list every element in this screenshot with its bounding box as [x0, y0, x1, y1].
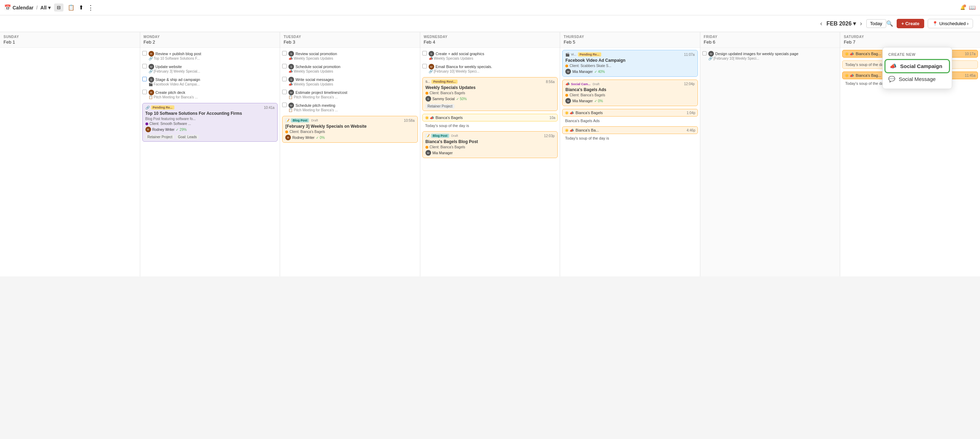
task-email-bianca[interactable]: M Email Bianca for weekly specials. 🔗 [F…: [422, 63, 558, 74]
soup-text-thu2: Today's soup of the day is: [565, 136, 698, 141]
event-icons: ☀️ 📣: [845, 52, 854, 56]
message-icon: 💬: [888, 76, 895, 82]
task-update-website[interactable]: M Update website 🔗 [February 3] Weekly S…: [142, 63, 278, 74]
event-biancas-blog[interactable]: 📝 Blog Post Draft 12:03p Bianca's Bagels…: [422, 131, 558, 158]
event-icons: ☀️ 📣: [425, 116, 434, 120]
avatar: M: [149, 64, 154, 69]
event-soup-thu[interactable]: ☀️ 📣 Bianca's Ba... 4:46p: [562, 126, 698, 134]
task-checkbox[interactable]: [282, 102, 287, 107]
event-biangas-soup-wed[interactable]: ☀️ 📣 Bianca's Bagels 10a: [422, 114, 558, 121]
event-weekly-specials[interactable]: S... Pending Revi... 8:56a Weekly Specia…: [422, 77, 558, 111]
avatar: M: [288, 90, 294, 95]
event-icons: ☀️ 📣: [565, 111, 574, 115]
thursday-column: THURSDAY Feb 5 🎬 Vi... Pending Re... 11:…: [560, 32, 700, 276]
event-weekly-specials-website[interactable]: 📝 Blog Post Draft 10:58a [February 3] We…: [282, 116, 418, 143]
thursday-header: THURSDAY Feb 5: [560, 32, 700, 48]
calendar-view-button[interactable]: 📋: [68, 4, 75, 11]
dropdown-header: CREATE NEW: [883, 51, 952, 59]
share-button[interactable]: ⬆: [79, 4, 83, 11]
task-checkbox[interactable]: [142, 90, 147, 94]
monday-body: R Review + publish blog post 🔗 Top 10 So…: [140, 48, 280, 144]
task-checkbox[interactable]: [142, 64, 147, 69]
avatar: M: [288, 102, 294, 108]
task-review-blog[interactable]: R Review + publish blog post 🔗 Top 10 So…: [142, 50, 278, 61]
book-icon[interactable]: 📖: [969, 4, 976, 11]
avatar: R: [149, 90, 154, 95]
calendar-month: FEB 2026 ▾: [827, 20, 856, 27]
top-nav: 📅 Calendar / All ▾ ⊟ 📋 ⬆ ⋮ 🔔 📖: [0, 0, 980, 15]
sunday-header: SUNDAY Feb 1: [0, 32, 140, 48]
task-schedule-pitch[interactable]: M Schedule pitch meeting 📋 Pitch Meeting…: [282, 102, 418, 113]
nav-all-label[interactable]: All: [40, 5, 47, 10]
notification-icon[interactable]: 🔔: [960, 5, 965, 10]
search-button[interactable]: 🔍: [886, 20, 893, 27]
avatar: S: [288, 64, 294, 69]
create-button[interactable]: + Create: [897, 19, 924, 28]
task-checkbox[interactable]: [702, 51, 706, 56]
dropdown-item-social-campaign[interactable]: 📣 Social Campaign: [886, 60, 949, 72]
filter-button[interactable]: ⊟: [54, 3, 64, 11]
sunday-body: [0, 48, 140, 52]
avatar: M: [429, 64, 434, 69]
wednesday-body: S Create + add social graphics 📣 Weekly …: [420, 48, 560, 160]
event-fb-video-ad[interactable]: 🎬 Vi... Pending Re... 11:07a Facebook Vi…: [562, 50, 698, 77]
tuesday-column: TUESDAY Feb 3 S Review social promotion …: [280, 32, 420, 276]
task-checkbox[interactable]: [422, 64, 427, 69]
megaphone-icon: 📣: [890, 63, 897, 69]
avatar: R: [149, 51, 154, 56]
avatar: S: [288, 77, 294, 82]
task-schedule-social[interactable]: S Schedule social promotion 📣 Weekly Spe…: [282, 63, 418, 74]
task-checkbox[interactable]: [422, 51, 427, 56]
biancas-ads-text: Bianca's Bagels Ads: [565, 118, 698, 123]
nav-title-text: Calendar: [13, 5, 33, 10]
monday-header: MONDAY Feb 2: [140, 32, 280, 48]
task-checkbox[interactable]: [142, 77, 147, 81]
task-checkbox[interactable]: [282, 64, 287, 69]
calendar-grid-wrapper: SUNDAY Feb 1 MONDAY Feb 2 R Review + pub…: [0, 32, 980, 276]
sunday-column: SUNDAY Feb 1: [0, 32, 140, 276]
task-create-graphics[interactable]: S Create + add social graphics 📣 Weekly …: [422, 50, 558, 61]
calendar-grid: SUNDAY Feb 1 MONDAY Feb 2 R Review + pub…: [0, 32, 980, 276]
more-button[interactable]: ⋮: [88, 4, 94, 11]
nav-title: 📅 Calendar / All ▾: [4, 4, 51, 11]
wednesday-header: WEDNESDAY Feb 4: [420, 32, 560, 48]
today-button[interactable]: Today: [866, 19, 886, 28]
task-checkbox[interactable]: [282, 77, 287, 81]
task-estimate-timelines[interactable]: M Estimate project timelines/cost 📋 Pitc…: [282, 89, 418, 100]
unscheduled-button[interactable]: 📍 Unscheduled ›: [928, 19, 973, 28]
task-design-fri[interactable]: M Design updated images for weekly speci…: [702, 50, 838, 61]
task-checkbox[interactable]: [282, 90, 287, 94]
task-stage-ship[interactable]: S Stage & ship ad campaign 🎬 Facebook Vi…: [142, 76, 278, 87]
calendar-header: ‹ FEB 2026 ▾ › Today 🔍 + Create 📍 Unsche…: [0, 15, 980, 32]
event-icons: ☀️ 📣: [845, 73, 854, 77]
prev-month-button[interactable]: ‹: [820, 20, 822, 27]
dropdown-item-social-message[interactable]: 💬 Social Message: [883, 73, 952, 85]
friday-header: FRIDAY Feb 6: [700, 32, 840, 48]
calendar-nav: ‹ FEB 2026 ▾ › Today: [820, 19, 886, 28]
event-icons: ☀️ 📣: [565, 128, 574, 132]
monday-column: MONDAY Feb 2 R Review + publish blog pos…: [140, 32, 280, 276]
create-new-dropdown: CREATE NEW 📣 Social Campaign 💬 Social Me…: [882, 47, 952, 89]
task-write-social[interactable]: S Write social messages 📣 Weekly Special…: [282, 76, 418, 87]
tuesday-header: TUESDAY Feb 3: [280, 32, 420, 48]
soup-text-wed: Today's soup of the day is: [425, 123, 558, 128]
next-month-button[interactable]: ›: [860, 20, 862, 27]
event-top10-software[interactable]: 🔗 Pending Re... 10:41a Top 10 Software S…: [142, 103, 278, 142]
task-checkbox[interactable]: [142, 51, 147, 56]
avatar: S: [429, 51, 434, 56]
avatar: S: [288, 51, 294, 56]
task-review-social[interactable]: S Review social promotion 📣 Weekly Speci…: [282, 50, 418, 61]
tuesday-body: S Review social promotion 📣 Weekly Speci…: [280, 48, 420, 145]
saturday-header: SATURDAY Feb 7: [840, 32, 980, 48]
avatar: M: [708, 51, 714, 56]
task-checkbox[interactable]: [282, 51, 287, 56]
friday-column: FRIDAY Feb 6 M Design updated images for…: [700, 32, 840, 276]
wednesday-column: WEDNESDAY Feb 4 S Create + add social gr…: [420, 32, 560, 276]
friday-body: M Design updated images for weekly speci…: [700, 48, 840, 64]
event-biancas-ads-thu[interactable]: ☀️ 📣 Bianca's Bagels 1:04p: [562, 109, 698, 117]
thursday-body: 🎬 Vi... Pending Re... 11:07a Facebook Vi…: [560, 48, 700, 143]
event-social-cam-thu[interactable]: 📣 Social Cam... Draft 12:04p Bianca's Ba…: [562, 80, 698, 106]
avatar: S: [149, 77, 154, 82]
task-create-pitch-deck[interactable]: R Create pitch deck 📋 Pitch Meeting for …: [142, 89, 278, 100]
